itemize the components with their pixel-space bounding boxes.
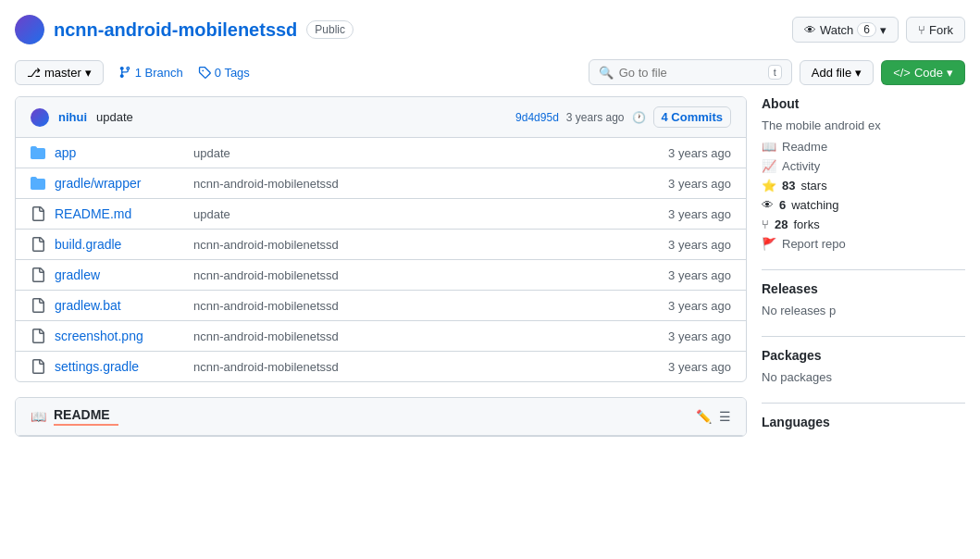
watchers-label: watching [791, 198, 838, 212]
file-time: 3 years ago [639, 207, 731, 221]
flag-icon: 🚩 [762, 237, 776, 251]
report-link-text: Report repo [782, 237, 846, 251]
file-time: 3 years ago [639, 360, 731, 374]
commit-hash[interactable]: 9d4d95d [515, 111, 559, 124]
readme-link[interactable]: 📖 Readme [762, 140, 965, 154]
file-name[interactable]: build.gradle [55, 237, 184, 252]
fork-button[interactable]: ⑂ Fork [906, 17, 965, 43]
repo-header: ncnn-android-mobilenetssd Public 👁 Watch… [15, 15, 965, 44]
search-input[interactable] [619, 66, 763, 80]
commit-message: update [96, 110, 506, 124]
forks-label: forks [793, 217, 819, 231]
file-name[interactable]: settings.gradle [55, 359, 184, 374]
table-row: screenshot.png ncnn-android-mobilenetssd… [16, 321, 746, 352]
branch-tag-info: 1 Branch 0 Tags [118, 66, 250, 80]
fork-label: Fork [929, 23, 953, 37]
fork-icon: ⑂ [918, 23, 925, 37]
file-description: ncnn-android-mobilenetssd [193, 360, 629, 374]
eye-icon: 👁 [804, 23, 816, 37]
watch-button[interactable]: 👁 Watch 6 ▾ [792, 17, 899, 43]
file-description: ncnn-android-mobilenetssd [193, 299, 629, 313]
table-row: gradlew ncnn-android-mobilenetssd 3 year… [16, 260, 746, 291]
chevron-down-icon: ▾ [880, 23, 887, 37]
chevron-down-icon: ▾ [947, 66, 953, 80]
file-description: ncnn-android-mobilenetssd [193, 329, 629, 343]
readme-label: README [54, 407, 110, 422]
file-icon [31, 359, 45, 374]
watch-count: 6 [857, 22, 876, 37]
releases-title: Releases [762, 281, 965, 296]
folder-icon [31, 176, 45, 191]
file-icon [31, 329, 45, 343]
report-link[interactable]: 🚩 Report repo [762, 237, 965, 251]
code-button[interactable]: </> Code ▾ [881, 60, 965, 85]
header-actions: 👁 Watch 6 ▾ ⑂ Fork [792, 17, 965, 43]
no-releases: No releases p [762, 304, 965, 317]
activity-link[interactable]: 📈 Activity [762, 159, 965, 173]
file-time: 3 years ago [639, 268, 731, 282]
commits-count: 4 Commits [662, 110, 723, 124]
file-rows: app update 3 years ago gradle/wrapper nc… [16, 138, 746, 381]
file-name[interactable]: gradlew [55, 267, 184, 282]
branch-selector[interactable]: ⎇ master ▾ [15, 60, 104, 85]
file-name[interactable]: app [55, 145, 184, 160]
sidebar-divider-2 [762, 336, 965, 337]
list-icon[interactable]: ☰ [719, 409, 731, 424]
book-icon: 📖 [762, 140, 776, 154]
go-to-file-search[interactable]: 🔍 t [589, 59, 792, 85]
sidebar-divider-3 [762, 403, 965, 404]
file-icon [31, 237, 45, 252]
readme-link-text: Readme [782, 140, 827, 154]
add-file-label: Add file [812, 66, 851, 80]
file-name[interactable]: gradlew.bat [55, 298, 184, 313]
repo-content: nihui update 9d4d95d 3 years ago 🕐 4 Com… [15, 96, 747, 448]
commits-link[interactable]: 4 Commits [653, 106, 731, 128]
file-icon [31, 298, 45, 313]
file-description: ncnn-android-mobilenetssd [193, 268, 629, 282]
file-name[interactable]: README.md [55, 206, 184, 221]
file-description: ncnn-android-mobilenetssd [193, 238, 629, 252]
repo-toolbar: ⎇ master ▾ 1 Branch 0 Tags 🔍 t Add file … [15, 59, 965, 85]
search-shortcut: t [768, 65, 782, 80]
repo-title-area: ncnn-android-mobilenetssd Public [15, 15, 354, 44]
readme-section: 📖 README ✏️ ☰ [15, 397, 747, 437]
chevron-down-icon: ▾ [85, 66, 92, 80]
eye-icon: 👁 [762, 198, 774, 212]
commit-author[interactable]: nihui [58, 110, 87, 124]
code-icon: </> [893, 66, 911, 80]
owner-avatar [15, 15, 44, 44]
stars-stat[interactable]: ⭐ 83 stars [762, 179, 965, 193]
edit-icon[interactable]: ✏️ [696, 409, 712, 424]
file-time: 3 years ago [639, 329, 731, 343]
file-time: 3 years ago [639, 146, 731, 160]
readme-header: 📖 README ✏️ ☰ [16, 398, 746, 436]
code-label: Code [914, 66, 943, 80]
branch-name: master [44, 66, 81, 80]
readme-underline [54, 424, 118, 426]
activity-link-text: Activity [782, 159, 820, 173]
add-file-button[interactable]: Add file ▾ [800, 60, 874, 85]
file-icon [31, 206, 45, 221]
watchers-count: 6 [779, 198, 786, 212]
about-title: About [762, 96, 965, 111]
file-description: ncnn-android-mobilenetssd [193, 177, 629, 191]
branch-count-link[interactable]: 1 Branch [118, 66, 183, 80]
sidebar-packages: Packages No packages [762, 348, 965, 384]
packages-title: Packages [762, 348, 965, 363]
sidebar-releases: Releases No releases p [762, 281, 965, 317]
file-table: nihui update 9d4d95d 3 years ago 🕐 4 Com… [15, 96, 747, 382]
main-content: nihui update 9d4d95d 3 years ago 🕐 4 Com… [15, 96, 965, 448]
file-time: 3 years ago [639, 177, 731, 191]
commit-meta: 9d4d95d 3 years ago 🕐 4 Commits [515, 106, 731, 128]
file-name[interactable]: screenshot.png [55, 329, 184, 343]
tag-count-link[interactable]: 0 Tags [198, 66, 250, 80]
repo-name[interactable]: ncnn-android-mobilenetssd [54, 19, 297, 41]
fork-icon: ⑂ [762, 217, 769, 231]
forks-stat[interactable]: ⑂ 28 forks [762, 217, 965, 231]
watchers-stat[interactable]: 👁 6 watching [762, 198, 965, 212]
clock-icon: 🕐 [632, 111, 646, 124]
file-description: update [193, 146, 629, 160]
file-name[interactable]: gradle/wrapper [55, 176, 184, 191]
no-packages: No packages [762, 370, 965, 384]
table-row: settings.gradle ncnn-android-mobilenetss… [16, 352, 746, 381]
